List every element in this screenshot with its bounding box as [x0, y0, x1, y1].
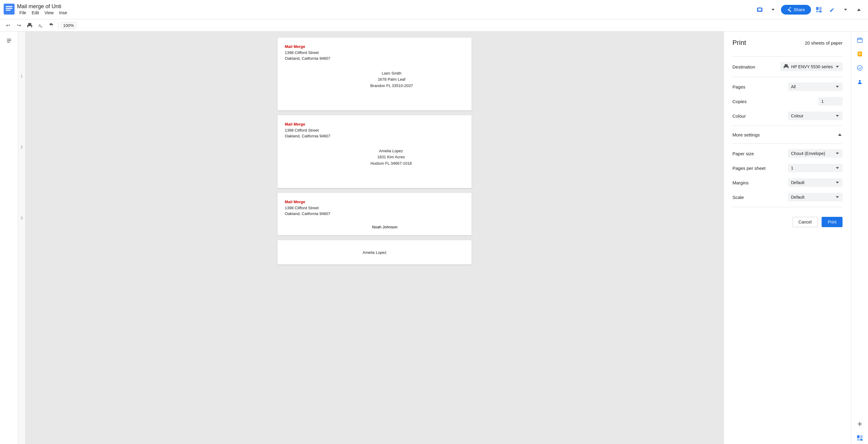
colour-select[interactable]: Colour: [788, 112, 842, 120]
return-street-3: 1398 Clifford Street: [285, 205, 464, 211]
svg-marker-13: [857, 8, 861, 11]
destination-select[interactable]: HP ENVY 5530 series: [780, 62, 842, 71]
contacts-icon-button[interactable]: [854, 76, 866, 88]
page-number-2: 2: [21, 145, 23, 149]
colour-value: Colour: [791, 114, 803, 118]
tasks-icon-button[interactable]: [854, 62, 866, 74]
redo-button[interactable]: ↪: [14, 21, 23, 30]
svg-marker-31: [836, 196, 839, 198]
page-numbers: 1 2 3: [18, 32, 26, 444]
paper-size-select[interactable]: Chou4 (Envelope): [788, 149, 842, 158]
sheets-info: 20 sheets of paper: [805, 40, 842, 45]
svg-rect-19: [7, 39, 11, 39]
svg-rect-47: [860, 439, 863, 441]
pages-row: Pages All: [733, 80, 842, 94]
edit-mode-button[interactable]: [827, 4, 838, 15]
page-number-3: 3: [21, 216, 23, 220]
share-button[interactable]: Share: [781, 5, 811, 14]
paper-size-row: Paper size Chou4 (Envelope): [733, 146, 842, 161]
menu-insert[interactable]: Inse: [57, 10, 69, 16]
print-actions: Cancel Print: [733, 217, 842, 227]
return-city-2: Oakland, California 94607: [285, 133, 464, 139]
svg-rect-10: [816, 11, 818, 12]
colour-row: Colour Colour: [733, 108, 842, 123]
pages-per-sheet-select[interactable]: 1: [788, 164, 842, 172]
menu-view[interactable]: View: [42, 10, 56, 16]
margins-row: Margins Default: [733, 175, 842, 190]
copies-input[interactable]: [818, 97, 842, 105]
page-number-1: 1: [21, 74, 23, 78]
svg-rect-33: [859, 38, 859, 39]
more-settings-label: More settings: [733, 132, 760, 137]
zoom-selector[interactable]: 100%: [61, 22, 76, 29]
svg-rect-2: [6, 8, 12, 9]
spell-check-button[interactable]: A: [36, 21, 45, 30]
svg-rect-0: [4, 4, 14, 14]
pages-value: All: [791, 84, 796, 89]
svg-rect-8: [816, 7, 818, 10]
svg-rect-34: [860, 38, 861, 39]
svg-marker-24: [836, 66, 839, 68]
scale-select[interactable]: Default: [788, 193, 842, 201]
print-divider-5: [733, 207, 842, 207]
pages-per-sheet-label: Pages per sheet: [733, 166, 769, 171]
return-address-3: Mail Merge 1398 Clifford Street Oakland,…: [285, 199, 464, 217]
document-area[interactable]: Mail Merge 1398 Clifford Street Oakland,…: [26, 32, 724, 444]
outline-toggle-button[interactable]: [4, 35, 14, 46]
toolbar-divider-1: [58, 23, 59, 29]
print-button[interactable]: [26, 21, 34, 30]
add-icon-button[interactable]: [854, 418, 866, 430]
return-city-3: Oakland, California 94607: [285, 211, 464, 217]
print-panel: Print 20 sheets of paper Destination HP …: [724, 32, 851, 444]
undo-button[interactable]: ↩: [4, 21, 12, 30]
edit-dropdown-button[interactable]: [840, 4, 851, 15]
svg-rect-20: [7, 40, 11, 41]
sidebar-right: [851, 32, 868, 444]
collapse-panel-button[interactable]: [854, 4, 864, 15]
cancel-button[interactable]: Cancel: [792, 217, 818, 227]
calendar-icon-button[interactable]: [854, 34, 866, 46]
top-bar: Mail merge of Unti File Edit View Inse S…: [0, 0, 868, 20]
print-divider-3: [733, 126, 842, 126]
move-to-drive-button[interactable]: [754, 4, 765, 15]
destination-row: Destination HP ENVY 5530 series: [733, 59, 842, 74]
destination-chevron-icon: [835, 65, 839, 69]
print-divider-1: [733, 56, 842, 57]
print-divider-2: [733, 77, 842, 77]
recipient-address-2: Amelia Lopez 1831 Kim Acres Hudson FL 34…: [370, 148, 411, 167]
scale-row: Scale Default: [733, 190, 842, 204]
svg-rect-43: [858, 424, 862, 424]
recipient-name-2: Amelia Lopez: [370, 148, 411, 154]
paint-format-button[interactable]: [47, 21, 56, 30]
svg-rect-22: [784, 64, 787, 66]
notes-icon-button[interactable]: [854, 48, 866, 60]
docs-icon-button[interactable]: [854, 432, 866, 444]
bottom-recipient-name: Amelia Lopez: [363, 250, 387, 255]
app-icon: [4, 4, 14, 16]
print-button-submit[interactable]: Print: [822, 217, 842, 227]
svg-text:A: A: [38, 24, 41, 28]
pages-select[interactable]: All: [788, 83, 842, 91]
menu-file[interactable]: File: [17, 10, 29, 16]
svg-rect-32: [857, 38, 862, 42]
menu-edit[interactable]: Edit: [29, 10, 41, 16]
margins-select[interactable]: Default: [788, 178, 842, 187]
scale-value: Default: [791, 195, 804, 199]
print-title: Print: [733, 39, 746, 47]
paper-size-value: Chou4 (Envelope): [791, 151, 825, 156]
printer-icon: [783, 64, 789, 69]
scale-chevron-icon: [835, 195, 839, 199]
svg-rect-46: [857, 439, 860, 441]
copies-label: Copies: [733, 99, 769, 104]
print-divider-4: [733, 144, 842, 144]
svg-marker-30: [836, 182, 839, 184]
svg-rect-45: [860, 435, 863, 438]
return-street-1: 1398 Clifford Street: [285, 50, 464, 56]
drive-dropdown-button[interactable]: [768, 4, 778, 15]
margins-value: Default: [791, 180, 804, 185]
docs-sidebar-icon[interactable]: [813, 4, 824, 15]
company-name-1: Mail Merge: [285, 44, 464, 50]
more-settings-row[interactable]: More settings: [733, 128, 842, 141]
copies-row: Copies: [733, 94, 842, 108]
return-street-2: 1398 Clifford Street: [285, 127, 464, 133]
